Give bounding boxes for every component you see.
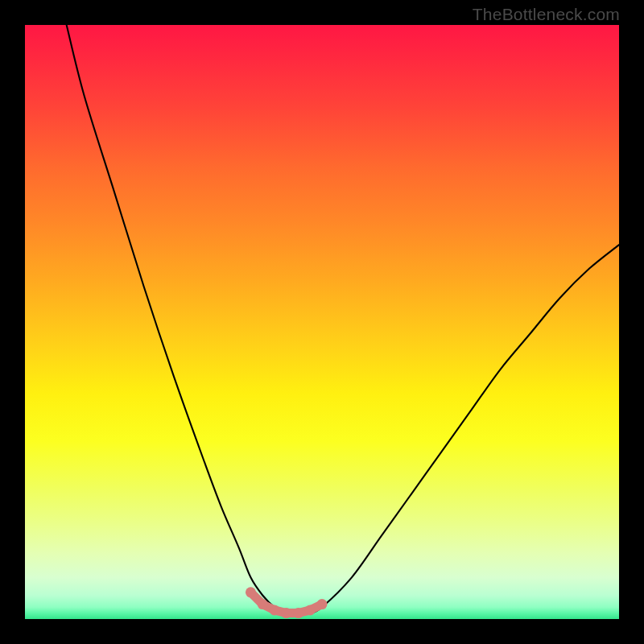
watermark-text: TheBottleneck.com [473,5,620,24]
gradient-plot-area [25,25,619,619]
outer-frame: TheBottleneck.com [0,0,644,644]
